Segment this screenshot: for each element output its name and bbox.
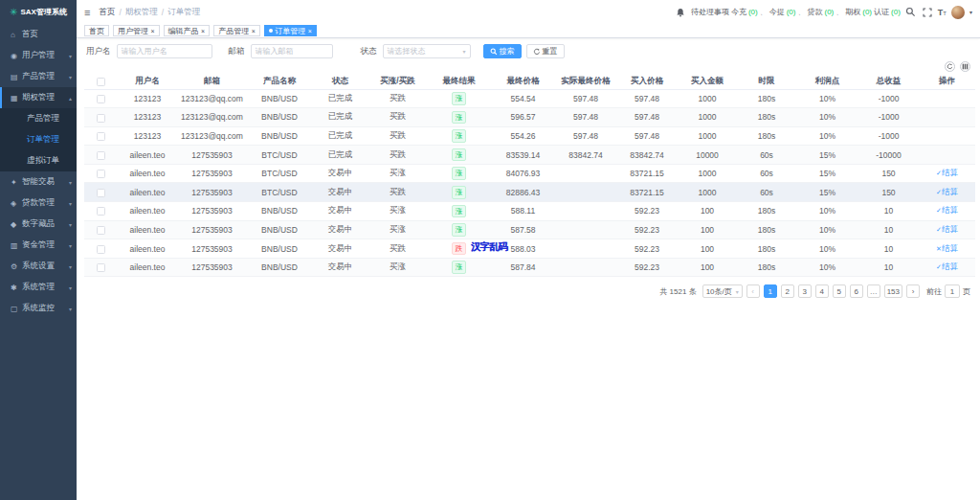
- sidebar-item-funds[interactable]: ▥资金管理▾: [0, 235, 77, 256]
- refresh-button[interactable]: [945, 61, 955, 72]
- sidebar-item-digital[interactable]: ◆数字藏品▾: [0, 214, 77, 235]
- select-all-checkbox[interactable]: [97, 78, 105, 86]
- status-select[interactable]: 请选择状态 ▾: [383, 44, 471, 58]
- tab-产品管理[interactable]: 产品管理×: [213, 25, 260, 36]
- row-checkbox[interactable]: [97, 95, 105, 103]
- username-input[interactable]: [117, 44, 212, 58]
- sidebar-item-smart-trade[interactable]: ✦智能交易▾: [0, 171, 77, 193]
- navbar-right: 待处理事项 今充 (0) 、 今提 (0) 、 贷款 (0) 、 期权 (0) …: [675, 6, 972, 19]
- search-icon[interactable]: [905, 7, 917, 18]
- sidebar-toggle-icon[interactable]: ≡: [84, 7, 90, 18]
- column-header[interactable]: 利润点: [796, 75, 858, 89]
- reset-button[interactable]: 重置: [526, 44, 565, 58]
- home-icon: ⌂: [11, 31, 22, 39]
- sidebar-item-monitor[interactable]: ▢系统监控▾: [0, 298, 77, 319]
- column-header[interactable]: 产品名称: [247, 75, 312, 89]
- cell-result: 涨: [427, 89, 491, 108]
- close-icon[interactable]: ×: [308, 28, 312, 34]
- row-checkbox[interactable]: [97, 245, 105, 254]
- column-settings-button[interactable]: [960, 61, 970, 72]
- cell-product: BNB/USD: [247, 89, 312, 108]
- app-logo[interactable]: ✳ SAX管理系统: [0, 0, 77, 24]
- settle-link[interactable]: ✓结算: [936, 224, 958, 234]
- row-checkbox[interactable]: [97, 207, 105, 216]
- page-button-5[interactable]: 5: [833, 284, 846, 298]
- row-checkbox[interactable]: [97, 151, 105, 160]
- tab-编辑产品[interactable]: 编辑产品×: [164, 25, 211, 36]
- trade-icon: ✦: [11, 178, 22, 187]
- sidebar-item-home[interactable]: ⌂首页: [0, 24, 77, 45]
- fullscreen-icon[interactable]: [922, 7, 933, 18]
- sidebar-item-system[interactable]: ✱系统管理▾: [0, 277, 77, 298]
- column-header[interactable]: 买入价格: [616, 75, 678, 89]
- row-checkbox[interactable]: [97, 170, 105, 178]
- column-header[interactable]: 状态: [312, 75, 368, 89]
- row-checkbox[interactable]: [97, 263, 105, 272]
- system-icon: ✱: [11, 284, 22, 292]
- font-size-icon[interactable]: [938, 8, 947, 17]
- column-header[interactable]: 实际最终价格: [555, 75, 616, 89]
- settle-link[interactable]: ✓结算: [936, 261, 958, 271]
- sidebar-item-settings[interactable]: ⚙系统设置▾: [0, 256, 77, 277]
- submenu-item[interactable]: 虚拟订单: [0, 150, 77, 171]
- column-header[interactable]: 最终结果: [427, 75, 491, 89]
- sidebar-item-products[interactable]: ▤产品管理▾: [0, 66, 77, 87]
- cell-profit-point: 10%: [796, 126, 858, 146]
- chevron-icon: ▴: [69, 95, 72, 102]
- page-button-4[interactable]: 4: [815, 284, 829, 298]
- column-header[interactable]: 操作: [919, 75, 975, 89]
- more-pages-button[interactable]: …: [867, 284, 880, 298]
- tab-用户管理[interactable]: 用户管理×: [113, 25, 160, 36]
- cell-action: ✓结算: [919, 183, 975, 202]
- sidebar-item-loans[interactable]: ◈贷款管理▾: [0, 193, 77, 214]
- breadcrumb-home[interactable]: 首页: [99, 7, 115, 18]
- page-button-153[interactable]: 153: [884, 284, 902, 298]
- settle-link[interactable]: ✓结算: [936, 205, 958, 215]
- page-button-2[interactable]: 2: [781, 284, 794, 298]
- cell-final-price: 596.57: [491, 108, 555, 127]
- avatar[interactable]: [951, 6, 965, 19]
- page-button-3[interactable]: 3: [798, 284, 812, 298]
- tab-订单管理[interactable]: 订单管理×: [264, 25, 317, 36]
- column-header[interactable]: 邮箱: [177, 75, 247, 89]
- app-title: SAX管理系统: [20, 7, 66, 17]
- cell-total-profit: 10: [858, 220, 919, 239]
- row-checkbox[interactable]: [97, 114, 105, 123]
- chevron-down-icon[interactable]: ▾: [969, 9, 972, 15]
- page-size-select[interactable]: 10条/页 ▾: [702, 284, 743, 298]
- settle-link[interactable]: ✓结算: [936, 187, 958, 196]
- column-header[interactable]: 最终价格: [491, 75, 555, 89]
- sidebar-item-users[interactable]: ◉用户管理▾: [0, 45, 77, 66]
- cell-status: 交易中: [312, 220, 368, 239]
- column-header[interactable]: 用户名: [118, 75, 177, 89]
- sidebar-item-options[interactable]: ▦期权管理▴: [0, 87, 77, 108]
- row-checkbox[interactable]: [97, 132, 105, 141]
- submenu-item[interactable]: 产品管理: [0, 108, 77, 129]
- row-checkbox[interactable]: [97, 226, 105, 235]
- cell-total-profit: 150: [858, 183, 919, 202]
- column-header[interactable]: 买入金额: [678, 75, 737, 89]
- breadcrumb-options[interactable]: 期权管理: [125, 7, 158, 18]
- tab-首页[interactable]: 首页: [84, 25, 109, 36]
- close-icon[interactable]: ×: [201, 28, 205, 34]
- submenu-item[interactable]: 订单管理: [0, 129, 77, 150]
- column-header[interactable]: 买涨/买跌: [368, 75, 427, 89]
- page-button-1[interactable]: 1: [764, 284, 777, 298]
- close-icon[interactable]: ×: [252, 28, 256, 34]
- column-header[interactable]: 总收益: [858, 75, 919, 89]
- table-row: aileen.teo127535903BTC/USD已完成买跌涨83539.14…: [84, 146, 975, 165]
- content-area: 用户名 邮箱 状态 请选择状态 ▾ 搜索 重置: [77, 38, 980, 500]
- row-checkbox[interactable]: [97, 189, 105, 197]
- email-input[interactable]: [251, 44, 333, 58]
- search-button[interactable]: 搜索: [483, 44, 522, 58]
- prev-page-button[interactable]: ‹: [746, 284, 760, 298]
- settle-link[interactable]: ✓结算: [936, 168, 958, 177]
- goto-page-input[interactable]: [945, 284, 960, 298]
- close-icon[interactable]: ×: [151, 28, 155, 34]
- page-button-6[interactable]: 6: [850, 284, 863, 298]
- next-page-button[interactable]: ›: [906, 284, 920, 298]
- column-header[interactable]: 时限: [737, 75, 796, 89]
- pending-tasks[interactable]: 待处理事项 今充 (0) 、 今提 (0) 、 贷款 (0) 、 期权 (0) …: [691, 7, 901, 17]
- bell-icon[interactable]: [675, 7, 686, 18]
- settle-link[interactable]: ✕结算: [936, 243, 958, 253]
